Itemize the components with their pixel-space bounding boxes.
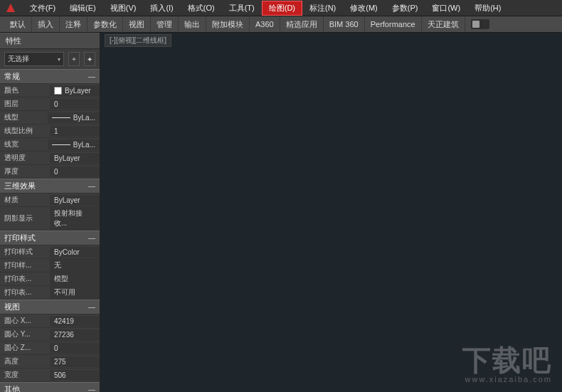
section-title: 打印样式 [4,233,36,243]
property-value[interactable]: 1 [50,126,100,137]
property-row: 圆心 Z...0 [0,341,100,355]
property-label: 打印表... [0,272,50,285]
property-value-text: ByLayer [54,154,80,162]
tab-a360[interactable]: A360 [250,16,280,32]
menu-tools[interactable]: 工具(T) [222,1,262,16]
menu-param[interactable]: 参数(P) [385,1,425,16]
menu-file[interactable]: 文件(F) [23,1,63,16]
tab-default[interactable]: 默认 [4,16,32,32]
section-header[interactable]: 打印样式— [0,231,100,245]
section-header[interactable]: 其他— [0,382,100,392]
tab-bim360[interactable]: BIM 360 [324,16,365,32]
property-value[interactable]: 0 [50,99,100,110]
property-value[interactable]: 42419 [50,316,100,327]
menu-modify[interactable]: 修改(M) [343,1,385,16]
property-label: 打印样... [0,259,50,272]
menu-bar: 文件(F) 编辑(E) 视图(V) 插入(I) 格式(O) 工具(T) 绘图(D… [0,0,562,16]
property-value-text: 模型 [54,274,68,284]
property-label: 透明度 [0,152,50,164]
tab-insert[interactable]: 插入 [32,16,60,32]
property-value[interactable]: ByLa... [48,139,100,150]
tab-output[interactable]: 输出 [179,16,206,32]
pick-add-button[interactable]: ✦ [84,52,95,66]
selection-row: 无选择 ▾ ＋ ✦ [0,49,100,69]
property-row: 打印样式ByColor [0,245,100,259]
collapse-icon: — [88,182,95,190]
property-value[interactable]: 506 [50,370,100,381]
property-value-text: 0 [54,344,58,352]
property-label: 图层 [0,97,50,110]
property-row: 线型ByLa... [0,111,100,125]
section-header[interactable]: 三维效果— [0,179,100,194]
viewport-label[interactable]: [-][俯视][二维线框] [105,34,171,47]
property-value[interactable]: 投射和接收... [50,207,100,230]
selection-dropdown[interactable]: 无选择 ▾ [4,52,64,66]
menu-draw[interactable]: 绘图(D) [262,1,302,16]
property-label: 阴影显示 [0,212,50,225]
property-label: 圆心 Z... [0,341,50,354]
property-label: 线型比例 [0,125,50,137]
linetype-preview [52,144,70,145]
section-title: 常规 [4,71,20,82]
collapse-icon: — [88,234,95,242]
property-value-text: 无 [54,260,61,270]
menu-edit[interactable]: 编辑(E) [63,1,103,16]
property-value[interactable]: ByLayer [50,85,100,96]
property-value[interactable]: ByLa... [48,112,100,123]
property-value[interactable]: 无 [50,259,100,272]
watermark-main: 下载吧 [462,346,552,374]
property-row: 材质ByLayer [0,194,100,207]
property-row: 颜色ByLayer [0,84,100,97]
quick-select-button[interactable]: ＋ [68,52,80,66]
property-value-text: ByColor [54,248,80,256]
tab-parametric[interactable]: 参数化 [88,16,123,32]
property-value[interactable]: 0 [50,343,100,354]
tab-featured[interactable]: 精选应用 [280,16,324,32]
section-header[interactable]: 常规— [0,69,100,84]
menu-insert[interactable]: 插入(I) [143,1,180,16]
linetype-preview [52,117,70,118]
property-value[interactable]: 0 [50,166,100,177]
property-value[interactable]: ByLayer [50,153,100,164]
property-value-text: ByLa... [73,141,95,149]
property-value-text: 不可用 [54,287,75,297]
menu-format[interactable]: 格式(O) [181,1,222,16]
menu-view[interactable]: 视图(V) [103,1,144,16]
spark-icon: ✦ [87,55,92,63]
property-value-text: ByLayer [54,196,80,204]
section-header[interactable]: 视图— [0,300,100,314]
property-row: 宽度506 [0,369,100,382]
tab-view[interactable]: 视图 [123,16,151,32]
property-value[interactable]: 模型 [50,272,100,285]
property-row: 打印表...模型 [0,272,100,286]
tab-addins[interactable]: 附加模块 [206,16,250,32]
property-value-text: 0 [54,168,58,176]
tab-manage[interactable]: 管理 [151,16,179,32]
tab-performance[interactable]: Performance [365,16,422,32]
menu-help[interactable]: 帮助(H) [467,1,508,16]
property-value[interactable]: 27236 [50,329,100,340]
drawing-canvas[interactable]: [-][俯视][二维线框] 下载吧 www.xiazaiba.com [100,33,562,392]
property-value[interactable]: ByColor [50,247,100,258]
property-value-text: 275 [54,358,66,366]
property-label: 圆心 Y... [0,328,50,341]
menu-window[interactable]: 窗口(W) [425,1,467,16]
panel-title: 特性 [0,33,100,49]
property-label: 打印样式 [0,245,50,258]
property-row: 高度275 [0,355,100,369]
property-value[interactable]: 不可用 [50,286,100,299]
ribbon-collapse-toggle[interactable] [471,19,489,29]
property-value-text: ByLayer [65,87,91,95]
property-label: 打印表... [0,286,50,299]
tab-annotate[interactable]: 注释 [60,16,88,32]
selection-value: 无选择 [8,54,29,64]
tab-tangent[interactable]: 天正建筑 [422,16,465,32]
property-label: 宽度 [0,369,50,381]
property-value-text: 投射和接收... [54,208,95,228]
chevron-down-icon: ▾ [58,56,60,63]
menu-dimension[interactable]: 标注(N) [302,1,343,16]
property-value-text: 42419 [54,317,74,325]
property-row: 圆心 X...42419 [0,314,100,328]
property-value[interactable]: ByLayer [50,195,100,206]
property-value[interactable]: 275 [50,356,100,367]
